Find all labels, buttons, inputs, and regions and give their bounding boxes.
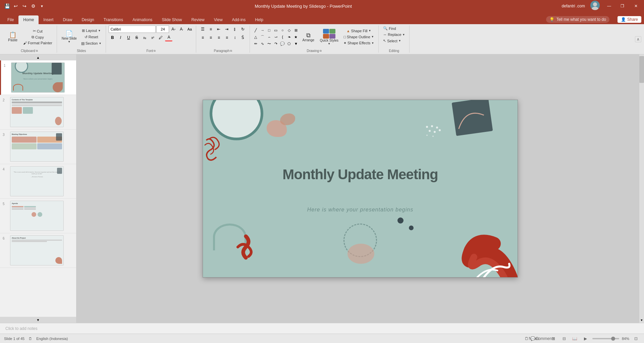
layout-dropdown-icon[interactable]: ▼ — [98, 29, 101, 32]
shape-curve-icon[interactable]: ⌒ — [259, 34, 265, 40]
shape-triangle-icon[interactable]: △ — [253, 34, 259, 40]
underline-button[interactable]: U — [125, 34, 132, 41]
slide-thumb-3[interactable]: 3 Meeting Objectives — [0, 130, 76, 164]
align-left-button[interactable]: ≡ — [199, 34, 206, 41]
align-center-button[interactable]: ≡ — [207, 34, 214, 41]
number-list-button[interactable]: ≡ — [207, 26, 214, 33]
slide-thumb-5[interactable]: 5 Agenda — [0, 199, 76, 233]
paste-button[interactable]: 📋 Paste — [5, 31, 21, 43]
layout-button[interactable]: ⊞ Layout ▼ — [79, 28, 103, 34]
shape-freeform-icon[interactable]: ✏ — [253, 41, 259, 47]
shape-callout-icon[interactable]: 💬 — [279, 41, 285, 47]
tell-me-box[interactable]: 💡 Tell me what you want to do — [546, 16, 609, 23]
shape-pentagon-icon[interactable]: ⬠ — [286, 41, 292, 47]
bullet-list-button[interactable]: ☰ — [199, 26, 206, 33]
slide-panel-scroll-up[interactable]: ▲ — [0, 54, 76, 60]
tab-review[interactable]: Review — [186, 15, 209, 24]
slide-thumb-2[interactable]: 2 Contents of This Template — [0, 95, 76, 130]
italic-button[interactable]: I — [117, 34, 124, 41]
slide-thumb-6[interactable]: 6 About the Project — [0, 233, 76, 268]
shape-brace-icon[interactable]: ❧ — [286, 34, 292, 40]
shape-diamond-icon[interactable]: ◇ — [286, 27, 292, 33]
replace-button[interactable]: ↔ Replace ▼ — [381, 32, 407, 37]
close-button[interactable]: ✕ — [632, 2, 640, 10]
comments-button[interactable]: 💬 Comments — [539, 335, 547, 342]
notes-placeholder[interactable]: Click to add notes — [5, 326, 37, 331]
shape-oval-icon[interactable]: ○ — [279, 27, 285, 33]
shape-bracket-icon[interactable]: { — [279, 34, 285, 40]
shape-squiggle-icon[interactable]: 〜 — [266, 41, 272, 47]
replace-dropdown-icon[interactable]: ▼ — [402, 33, 405, 36]
align-right-button[interactable]: ≡ — [215, 34, 222, 41]
text-shadow-button[interactable]: S̈ — [239, 34, 247, 41]
restore-button[interactable]: ❐ — [619, 2, 627, 10]
shape-curved-arrow-icon[interactable]: ↷ — [273, 41, 279, 47]
section-button[interactable]: ▤ Section ▼ — [79, 41, 103, 46]
quick-styles-dropdown-icon[interactable]: ▼ — [328, 42, 330, 45]
tab-addins[interactable]: Add-ins — [227, 15, 251, 24]
main-slide[interactable]: Monthly Update Meeting Here is where you… — [203, 100, 518, 278]
shape-arrow-icon[interactable]: → — [259, 27, 265, 33]
tab-design[interactable]: Design — [77, 15, 99, 24]
minimize-button[interactable]: — — [605, 2, 613, 10]
language-indicator[interactable]: English (Indonesia) — [36, 337, 68, 341]
tab-transitions[interactable]: Transitions — [99, 15, 128, 24]
font-size-input[interactable] — [156, 26, 169, 33]
arrange-button[interactable]: ⧉ Arrange — [300, 27, 316, 47]
strikethrough-button[interactable]: S — [133, 34, 140, 41]
user-avatar[interactable] — [590, 1, 600, 10]
normal-view-button[interactable]: ⊞ — [549, 335, 557, 342]
right-scrollbar[interactable]: ▼ — [639, 54, 644, 323]
justify-button[interactable]: ≡ — [223, 34, 230, 41]
shape-star-icon[interactable]: ★ — [293, 34, 299, 40]
font-expand-icon[interactable]: ⧉ — [154, 49, 156, 53]
font-decrease-button[interactable]: A- — [178, 26, 185, 33]
reset-button[interactable]: ↺ Reset — [79, 34, 103, 40]
tab-view[interactable]: View — [209, 15, 227, 24]
tab-draw[interactable]: Draw — [58, 15, 77, 24]
tab-help[interactable]: Help — [250, 15, 268, 24]
cut-button[interactable]: ✂ Cut — [21, 28, 54, 34]
find-button[interactable]: 🔍 Find — [381, 26, 397, 31]
clipboard-expand-icon[interactable]: ⧉ — [36, 49, 38, 53]
slide-notes-status-icon[interactable]: 🗒 — [29, 337, 32, 341]
tab-animations[interactable]: Animations — [128, 15, 157, 24]
shape-expand-icon[interactable]: ▼ — [293, 41, 299, 47]
slide-thumb-1[interactable]: 1 Monthly Update Meeting Here is where y… — [0, 60, 76, 95]
subscript-button[interactable]: x₂ — [141, 34, 148, 41]
slide-thumb-4[interactable]: 4 "This is some words full of wisdom. So… — [0, 164, 76, 199]
select-dropdown-icon[interactable]: ▼ — [398, 39, 401, 42]
drawing-expand-icon[interactable]: ⧉ — [320, 49, 322, 53]
tab-insert[interactable]: Insert — [39, 15, 58, 24]
reading-view-button[interactable]: 📖 — [571, 335, 579, 342]
notes-bar[interactable]: Click to add notes — [0, 323, 644, 334]
zoom-thumb[interactable] — [611, 337, 615, 341]
ribbon-collapse-button[interactable]: ∧ — [635, 36, 641, 42]
font-color-button[interactable]: A — [165, 34, 172, 41]
dropdown-icon[interactable]: ▼ — [39, 3, 45, 9]
tab-slideshow[interactable]: Slide Show — [157, 15, 186, 24]
tell-me-text[interactable]: Tell me what you want to do — [556, 17, 606, 22]
font-increase-button[interactable]: A+ — [170, 26, 177, 33]
scroll-down-arrow[interactable]: ▼ — [639, 317, 644, 323]
shape-rect-icon[interactable]: □ — [266, 27, 272, 33]
shape-arc-icon[interactable]: ⌢ — [266, 34, 272, 40]
shape-fill-button[interactable]: ▲ Shape Fill ▼ — [342, 28, 376, 34]
increase-indent-button[interactable]: ⇥ — [223, 26, 230, 33]
paragraph-expand-icon[interactable]: ⧉ — [230, 49, 232, 53]
bold-button[interactable]: B — [109, 34, 116, 41]
font-clear-button[interactable]: Aa — [186, 26, 193, 33]
customize-icon[interactable]: ⚙ — [30, 3, 36, 9]
new-slide-dropdown-icon[interactable]: ▼ — [68, 40, 70, 43]
shape-fill-dropdown-icon[interactable]: ▼ — [369, 29, 371, 32]
share-button[interactable]: 👤 Share — [618, 16, 641, 23]
slide-title[interactable]: Monthly Update Meeting — [219, 166, 502, 183]
section-dropdown-icon[interactable]: ▼ — [99, 42, 101, 45]
shape-outline-button[interactable]: □ Shape Outline ▼ — [342, 34, 376, 40]
shape-line-icon[interactable]: ╱ — [253, 27, 259, 33]
redo-icon[interactable]: ↪ — [21, 3, 28, 9]
shape-curve2-icon[interactable]: ∿ — [259, 41, 265, 47]
shape-outline-dropdown-icon[interactable]: ▼ — [371, 35, 374, 38]
highlight-button[interactable]: 🖊 — [157, 34, 164, 41]
new-slide-button[interactable]: 📄 New Slide ▼ — [60, 29, 79, 45]
